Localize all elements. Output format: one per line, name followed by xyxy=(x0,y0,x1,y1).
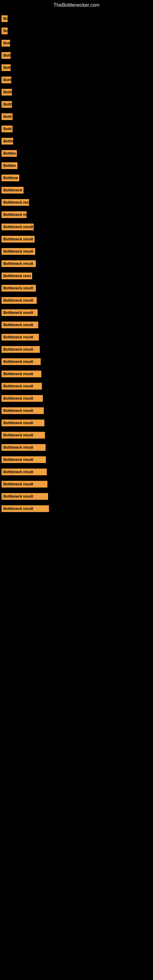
list-item: Bott xyxy=(2,38,151,48)
list-item: Bottleneck r xyxy=(2,185,151,196)
bottleneck-label: Bottleneck result xyxy=(2,395,43,402)
list-item: Bottleneck result xyxy=(2,418,151,428)
bottleneck-label: Bottleneck result xyxy=(2,481,48,488)
bottleneck-label: Bottlen xyxy=(2,162,18,169)
list-item: Bottleneck result xyxy=(2,234,151,244)
list-item: Bottleneck result xyxy=(2,406,151,416)
bottleneck-label: Bottleneck result xyxy=(2,444,46,451)
list-item: Bott xyxy=(2,50,151,60)
list-item: Bottleneck result xyxy=(2,344,151,355)
list-item: Bottlen xyxy=(2,161,151,171)
site-title: TheBottlenecker.com xyxy=(0,0,153,10)
bottleneck-label: Bottleneck result xyxy=(2,383,42,390)
bottleneck-label: Bottleneck result xyxy=(2,260,36,267)
bottleneck-label: Bottleneck result xyxy=(2,493,48,500)
list-item: Bottlen xyxy=(2,148,151,159)
list-item: Bottleneck result xyxy=(2,320,151,330)
bottleneck-label: Bottl xyxy=(2,126,13,132)
bottleneck-label: Bottleneck resu xyxy=(2,272,32,279)
bottleneck-label: Bottleneck result xyxy=(2,432,45,439)
bottleneck-label: Bottl xyxy=(2,76,11,83)
bottleneck-label: Bottleneck result xyxy=(2,358,41,365)
bottleneck-label: Bottleneck result xyxy=(2,334,39,340)
list-item: Bottl xyxy=(2,87,151,97)
list-item: Bottl xyxy=(2,124,151,134)
list-item: Bottleneck result xyxy=(2,222,151,232)
bottleneck-label: Bottleneck re xyxy=(2,211,27,218)
bottleneck-label: Bottleneck result xyxy=(2,224,33,230)
bottleneck-label: Bottl xyxy=(2,113,13,120)
bottleneck-label: Bottleneck resu xyxy=(2,199,29,206)
list-item: Bottleneck result xyxy=(2,442,151,453)
list-item: Bottl xyxy=(2,99,151,110)
bottleneck-label: Bottleneck result xyxy=(2,371,41,377)
bottleneck-label: Bottleneck r xyxy=(2,187,24,194)
list-item: Bottleneck result xyxy=(2,332,151,342)
bottleneck-label: Bottleneck result xyxy=(2,420,45,426)
bottleneck-label: Bottleneck result xyxy=(2,469,47,475)
bottleneck-label: Bottl xyxy=(2,101,12,108)
list-item: Bottleneck result xyxy=(2,307,151,318)
bottleneck-label: Bottl xyxy=(2,89,12,95)
list-item: Bottleneck result xyxy=(2,467,151,477)
list-item: Bo xyxy=(2,13,151,24)
bottleneck-label: Bottleneck result xyxy=(2,346,40,353)
bottleneck-label: Bottleneck result xyxy=(2,456,46,463)
list-item: Bottleneck result xyxy=(2,430,151,441)
bottleneck-label: Bo xyxy=(2,15,8,22)
bottleneck-label: Bott xyxy=(2,40,10,46)
bottleneck-label: Bottleneck result xyxy=(2,505,49,512)
bottleneck-label: Bottleneck result xyxy=(2,407,44,414)
list-item: Bottleneck result xyxy=(2,491,151,502)
list-item: Bottleneck result xyxy=(2,356,151,367)
list-item: Bottle xyxy=(2,136,151,146)
list-item: Bottl xyxy=(2,111,151,122)
list-item: Bottlene xyxy=(2,173,151,183)
bottleneck-label: Bottle xyxy=(2,138,13,145)
site-title-bar: TheBottlenecker.com xyxy=(0,0,153,10)
list-item: Bottleneck result xyxy=(2,258,151,269)
bottleneck-label: Bottleneck result xyxy=(2,321,38,328)
items-container: BoBoBottBottBottBottlBottlBottlBottlBott… xyxy=(0,10,153,519)
list-item: Bottleneck resu xyxy=(2,197,151,208)
list-item: Bottleneck resu xyxy=(2,271,151,281)
list-item: Bottleneck result xyxy=(2,381,151,391)
bottleneck-label: Bottleneck result xyxy=(2,236,35,243)
list-item: Bottleneck result xyxy=(2,503,151,514)
bottleneck-label: Bottlen xyxy=(2,150,17,157)
bottleneck-label: Bo xyxy=(2,27,8,34)
bottleneck-label: Bottleneck result xyxy=(2,285,36,291)
list-item: Bo xyxy=(2,26,151,36)
list-item: Bottleneck result xyxy=(2,246,151,257)
bottleneck-label: Bottleneck result xyxy=(2,309,38,316)
list-item: Bottleneck result xyxy=(2,455,151,465)
list-item: Bottleneck result xyxy=(2,369,151,379)
bottleneck-label: Bott xyxy=(2,64,11,71)
list-item: Bottleneck re xyxy=(2,210,151,220)
list-item: Bottleneck result xyxy=(2,479,151,489)
list-item: Bottleneck result xyxy=(2,283,151,293)
bottleneck-label: Bottleneck result xyxy=(2,297,37,304)
bottleneck-label: Bottleneck result xyxy=(2,248,35,255)
list-item: Bottleneck result xyxy=(2,393,151,404)
list-item: Bott xyxy=(2,62,151,73)
list-item: Bottleneck result xyxy=(2,295,151,305)
bottleneck-label: Bottlene xyxy=(2,175,19,181)
list-item: Bottl xyxy=(2,75,151,85)
bottleneck-label: Bott xyxy=(2,52,11,59)
